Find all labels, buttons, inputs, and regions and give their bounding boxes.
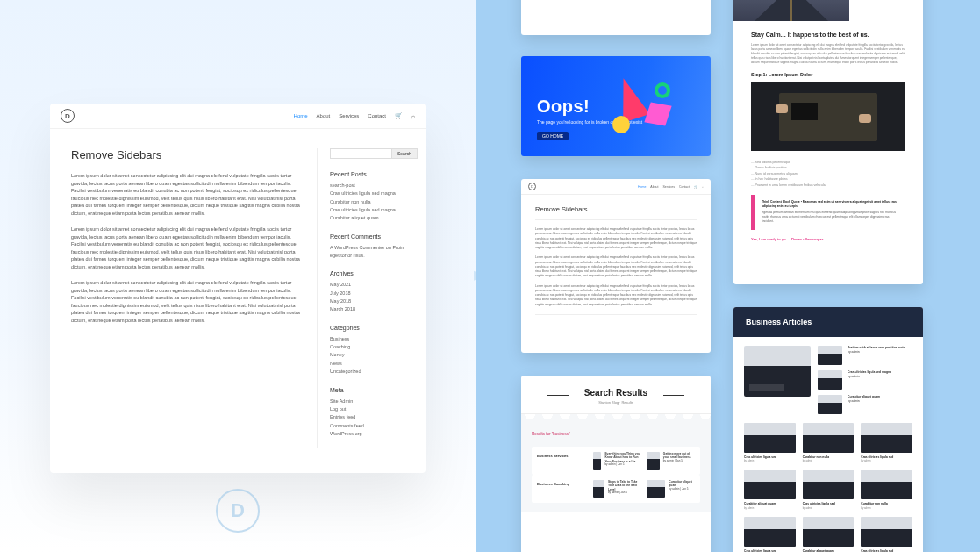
body-paragraph: Lorem ipsum dolor sit amet consectetur a…: [535, 227, 697, 250]
site-header: D Home About Services Contact 🛒 ⌕: [50, 104, 426, 129]
featured-item[interactable]: Cras ultricies ligula sed magnaby admin: [818, 370, 912, 390]
result-group: Business CoachingSteps to Take to Take Y…: [532, 475, 700, 503]
nav-contact[interactable]: Contact: [368, 113, 386, 118]
search-icon[interactable]: ⌕: [411, 113, 415, 119]
template-thumb-blank[interactable]: [521, 0, 711, 35]
nav-services[interactable]: Services: [663, 185, 675, 189]
nav-about[interactable]: About: [650, 185, 658, 189]
search-results-title: Search Results: [521, 388, 711, 398]
grid-card[interactable]: Curabitur aliquet quamby admin: [803, 517, 855, 552]
widget-title-archives: Archives: [330, 270, 404, 276]
grid-card[interactable]: Cras ultricies ligula sedby admin: [744, 517, 796, 552]
body-paragraph: Lorem ipsum dolor sit amet consectetur a…: [535, 284, 697, 307]
list-item[interactable]: Money: [330, 351, 404, 359]
main-content: Remove Sidebars Lorem ipsum dolor sit am…: [71, 148, 301, 448]
list-item[interactable]: Curabitur non nulla: [330, 198, 404, 206]
list-item[interactable]: Cras ultricies ligula sed magna: [330, 206, 404, 214]
result-group-label: Business Services: [537, 452, 586, 470]
card-image: [803, 470, 855, 499]
list-item[interactable]: Uncategorized: [330, 368, 404, 376]
result-item[interactable]: Everything you Think you Know About how …: [593, 452, 641, 470]
nav-services[interactable]: Services: [339, 113, 359, 118]
list-item[interactable]: Entries feed: [330, 413, 404, 421]
result-thumb: [647, 452, 660, 470]
template-thumb-404[interactable]: Oops! The page you're looking for is bro…: [521, 56, 711, 156]
grid-card[interactable]: Cras ultricies ligula sedby admin: [861, 423, 912, 462]
divi-logo-icon: D: [61, 109, 75, 123]
list-item[interactable]: Site Admin: [330, 398, 404, 405]
grid-card[interactable]: Cras ultricies ligula sedby admin: [744, 423, 796, 462]
article-link[interactable]: Praesent in urna lorem vestibulum finibu…: [751, 183, 905, 188]
body-paragraph: Lorem ipsum dolor sit amet consectetur a…: [535, 255, 697, 278]
go-home-button[interactable]: GO HOME: [537, 132, 569, 140]
article-intro: Lorem ipsum dolor sit amet consectetur a…: [751, 43, 905, 65]
search-input[interactable]: [330, 148, 392, 159]
cta-link[interactable]: Yes, I am ready to go — Donec ullamcorpe…: [751, 237, 905, 241]
widget-title-recent-comments: Recent Comments: [330, 233, 404, 240]
list-item[interactable]: News: [330, 360, 404, 368]
card-image: [744, 423, 796, 453]
search-button[interactable]: Search: [392, 148, 418, 159]
card-image: [861, 517, 912, 547]
grid-card[interactable]: Cras ultricies ligula sedby admin: [803, 470, 855, 509]
step-heading: Step 1: Lorem Ipsum Dolor: [751, 72, 905, 77]
featured-item[interactable]: Pretium nibh et lacus sem porttitor proi…: [818, 346, 912, 365]
list-item[interactable]: Curabitur aliquet quam: [330, 214, 404, 222]
article-links: Sed lobortis pellentesqueDonec facilisis…: [751, 160, 905, 188]
nav-home[interactable]: Home: [638, 185, 646, 189]
widget-title-categories: Categories: [330, 325, 404, 331]
results-for-label: Results for "business": [532, 432, 700, 436]
card-image: [861, 423, 912, 453]
sidebar: Search Recent Posts search-postCras ultr…: [317, 148, 404, 448]
template-thumb-no-sidebar[interactable]: D Home About Services Contact 🛒 ⌕ Remove…: [521, 179, 711, 353]
nav-contact[interactable]: Contact: [679, 185, 690, 189]
categories-list: BusinessCoachingMoneyNewsUncategorized: [330, 335, 404, 376]
search-icon[interactable]: ⌕: [702, 185, 704, 189]
article-photo: [751, 82, 905, 151]
meta-list: Site AdminLog outEntries feedComments fe…: [330, 398, 404, 439]
list-item[interactable]: July 2018: [330, 290, 404, 298]
list-item[interactable]: WordPress.org: [330, 430, 404, 438]
result-group-label: Business Coaching: [537, 480, 586, 498]
list-item[interactable]: A WordPress Commenter on Proin eget tort…: [330, 244, 404, 261]
list-item[interactable]: Coaching: [330, 343, 404, 351]
featured-image: [744, 346, 811, 397]
grid-card[interactable]: Cras ultricies ligula sedby admin: [861, 517, 912, 552]
list-item[interactable]: March 2018: [330, 305, 404, 313]
oops-title: Oops!: [537, 97, 590, 117]
list-item[interactable]: Log out: [330, 405, 404, 413]
template-thumb-blog-grid[interactable]: Business Articles Pretium nibh et lacus …: [733, 307, 923, 552]
grid-card[interactable]: Curabitur non nullaby admin: [861, 470, 912, 509]
result-item[interactable]: Steps to Take to Take Your Data to the N…: [593, 480, 641, 498]
result-item[interactable]: Getting more out of your small businessb…: [647, 452, 695, 470]
page-title: Remove Sidebars: [535, 205, 697, 213]
nav-home[interactable]: Home: [294, 113, 308, 118]
result-thumb: [593, 452, 601, 470]
cart-icon[interactable]: 🛒: [694, 185, 697, 189]
list-item[interactable]: May 2018: [330, 298, 404, 305]
cart-icon[interactable]: 🛒: [395, 112, 403, 119]
card-image: [803, 423, 855, 453]
result-thumb: [593, 480, 604, 498]
nav-about[interactable]: About: [317, 113, 331, 118]
article-meta: Written by George Lorem ipsum dolor sit …: [849, 0, 923, 21]
grid-card[interactable]: Curabitur non nullaby admin: [803, 423, 855, 462]
search-results-subtitle: Stanton Blog · Results: [521, 400, 711, 405]
list-item[interactable]: May 2021: [330, 281, 404, 289]
list-item[interactable]: Comments feed: [330, 422, 404, 430]
card-image: [861, 470, 912, 499]
grid-card[interactable]: Curabitur aliquet quamby admin: [744, 470, 796, 509]
recent-posts-list: search-postCras ultricies ligula sed mag…: [330, 182, 404, 223]
list-item[interactable]: Cras ultricies ligula sed magna: [330, 190, 404, 197]
featured-item[interactable]: Curabitur aliquet quamby admin: [818, 395, 912, 414]
body-paragraph: Lorem ipsum dolor sit amet consectetur a…: [71, 279, 301, 324]
result-group: Business ServicesEverything you Think yo…: [532, 447, 700, 475]
card-image: [803, 517, 855, 547]
list-item[interactable]: search-post: [330, 182, 404, 190]
result-item[interactable]: Curabitur aliquet quamby admin | Jan 5: [647, 480, 695, 498]
template-thumb-article[interactable]: Written by George Lorem ipsum dolor sit …: [733, 0, 923, 284]
template-thumb-search-results[interactable]: Search Results Stanton Blog · Results Re…: [521, 376, 711, 552]
thumb-image: [818, 346, 842, 365]
widget-title-meta: Meta: [330, 387, 404, 393]
list-item[interactable]: Business: [330, 335, 404, 343]
